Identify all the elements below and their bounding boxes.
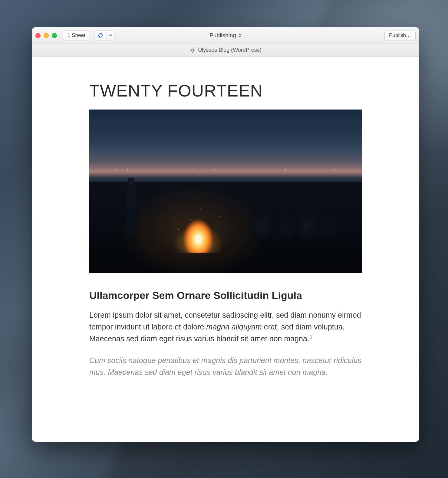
post-heading: Ullamcorper Sem Ornare Sollicitudin Ligu… bbox=[89, 290, 362, 301]
post-blockquote: Cum sociis natoque penatibus et magnis d… bbox=[89, 355, 362, 378]
publish-button-label: Publish… bbox=[389, 32, 411, 38]
publish-account-label: Ulysses Blog (WordPress) bbox=[198, 47, 262, 53]
sheet-count-button[interactable]: 1 Sheet bbox=[63, 31, 90, 40]
svg-line-5 bbox=[191, 48, 191, 49]
publish-button[interactable]: Publish… bbox=[384, 31, 416, 40]
minimize-window-button[interactable] bbox=[44, 33, 49, 38]
preview-content: TWENTY FOURTEEN Ullamcorper Sem Ornare S… bbox=[32, 57, 419, 442]
preview-mode-selector[interactable]: Publishing bbox=[209, 32, 242, 39]
footnote-ref-link[interactable]: 1 bbox=[310, 335, 312, 339]
window-title-label: Publishing bbox=[209, 32, 236, 39]
zoom-window-button[interactable] bbox=[52, 33, 57, 38]
paragraph-emphasis: magna aliquyam bbox=[206, 322, 262, 331]
post-paragraph: Lorem ipsum dolor sit amet, consetetur s… bbox=[89, 309, 362, 344]
gear-icon bbox=[189, 47, 196, 53]
refresh-menu-button[interactable] bbox=[107, 31, 114, 40]
app-window: 1 Sheet Publishing bbox=[32, 27, 419, 442]
window-title: Publishing bbox=[32, 32, 419, 39]
featured-image bbox=[89, 110, 362, 273]
close-window-button[interactable] bbox=[35, 33, 41, 38]
refresh-combo bbox=[94, 31, 114, 40]
chevron-down-icon bbox=[109, 34, 112, 37]
publish-account-bar[interactable]: Ulysses Blog (WordPress) bbox=[32, 44, 419, 57]
window-controls bbox=[35, 33, 57, 38]
svg-line-8 bbox=[194, 48, 194, 49]
svg-line-7 bbox=[191, 51, 191, 52]
titlebar: 1 Sheet Publishing bbox=[32, 27, 419, 44]
svg-line-6 bbox=[194, 51, 194, 52]
refresh-button[interactable] bbox=[94, 31, 107, 40]
sheet-count-label: 1 Sheet bbox=[68, 32, 85, 38]
site-title: TWENTY FOURTEEN bbox=[89, 81, 362, 100]
svg-point-0 bbox=[192, 49, 193, 51]
refresh-icon bbox=[97, 33, 104, 38]
sort-icon bbox=[238, 33, 242, 38]
